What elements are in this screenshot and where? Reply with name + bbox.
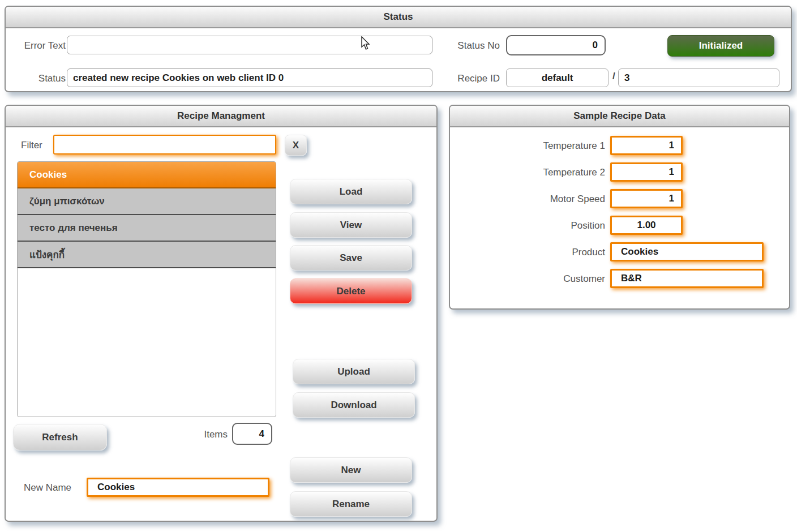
filter-clear-button[interactable]: X: [285, 135, 307, 156]
new-button[interactable]: New: [290, 457, 412, 483]
motor-speed-input[interactable]: [610, 189, 683, 208]
rename-button[interactable]: Rename: [290, 491, 412, 517]
upload-button[interactable]: Upload: [293, 359, 415, 384]
sample-recipe-data-panel: Sample Recipe Data Temperature 1 Tempera…: [449, 105, 790, 310]
filter-label: Filter: [21, 139, 42, 152]
items-count-input[interactable]: [232, 423, 272, 445]
sample-recipe-data-title: Sample Recipe Data: [450, 106, 789, 127]
recipe-id-version-input[interactable]: [618, 68, 779, 87]
recipe-id-label: Recipe ID: [435, 72, 500, 85]
recipe-management-title: Recipe Managment: [6, 106, 436, 127]
temperature2-label: Temperature 2: [455, 166, 605, 179]
recipe-management-panel: Recipe Managment Filter X Cookies ζύμη μ…: [5, 105, 438, 522]
view-button[interactable]: View: [290, 212, 412, 238]
delete-button[interactable]: Delete: [290, 278, 412, 304]
status-no-input[interactable]: [506, 35, 606, 55]
recipe-id-name-input[interactable]: [506, 68, 609, 87]
customer-label: Customer: [455, 273, 605, 285]
status-panel: Status Error Text Status Status No Initi…: [5, 6, 792, 92]
initialized-status-badge[interactable]: Initialized: [667, 35, 774, 57]
temperature1-input[interactable]: [610, 136, 683, 155]
recipe-list-item[interactable]: แป้งคุกกี้: [18, 242, 276, 268]
save-button[interactable]: Save: [290, 245, 412, 271]
refresh-button[interactable]: Refresh: [13, 424, 107, 451]
mouse-cursor-icon: [361, 36, 371, 51]
new-name-input[interactable]: [87, 478, 269, 497]
recipe-id-separator: /: [612, 71, 615, 82]
error-text-label: Error Text: [9, 40, 66, 52]
filter-input[interactable]: [53, 135, 276, 155]
new-name-label: New Name: [24, 482, 71, 494]
recipe-list-item[interactable]: ζύμη μπισκότων: [18, 188, 276, 215]
position-input[interactable]: [610, 216, 683, 235]
product-input[interactable]: [610, 242, 764, 261]
status-label: Status: [9, 72, 66, 85]
status-no-label: Status No: [435, 40, 500, 52]
temperature1-label: Temperature 1: [455, 140, 605, 152]
load-button[interactable]: Load: [290, 179, 412, 204]
product-label: Product: [455, 246, 605, 259]
recipe-list: Cookies ζύμη μπισκότων тесто для печенья…: [17, 161, 276, 417]
recipe-list-item[interactable]: Cookies: [18, 162, 276, 188]
status-panel-title: Status: [6, 7, 791, 28]
items-label: Items: [198, 428, 228, 441]
position-label: Position: [455, 220, 605, 232]
error-text-input[interactable]: [67, 36, 432, 54]
recipe-list-item[interactable]: тесто для печенья: [18, 215, 276, 242]
status-input[interactable]: [67, 68, 432, 87]
temperature2-input[interactable]: [610, 162, 683, 182]
customer-input[interactable]: [610, 269, 764, 288]
motor-speed-label: Motor Speed: [455, 193, 605, 205]
download-button[interactable]: Download: [293, 392, 415, 418]
